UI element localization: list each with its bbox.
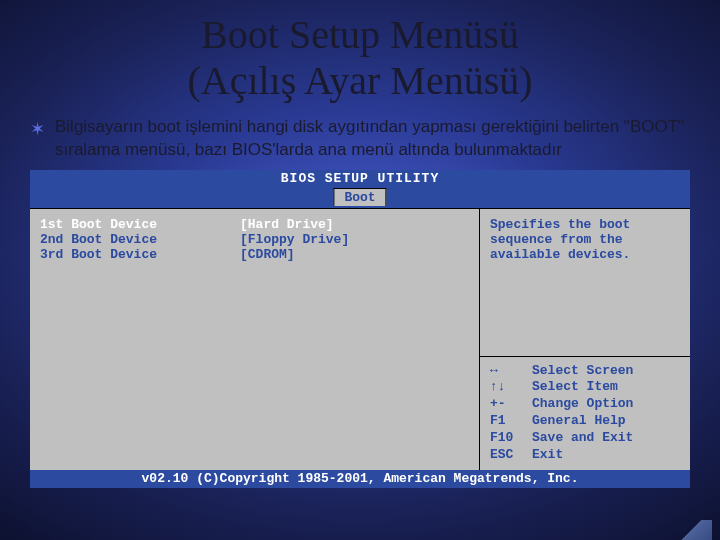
hint-change-option: +- Change Option [490, 396, 680, 413]
bullet-item: ✶ Bilgisayarın boot işlemini hangi disk … [30, 116, 690, 162]
hint-desc: Select Item [532, 379, 680, 396]
boot-device-1-value: [Hard Drive] [240, 217, 334, 232]
bullet-text: Bilgisayarın boot işlemini hangi disk ay… [55, 116, 690, 162]
hint-exit: ESC Exit [490, 447, 680, 464]
boot-device-3-label: 3rd Boot Device [40, 247, 240, 262]
hint-key: F1 [490, 413, 528, 430]
bios-screenshot: BIOS SETUP UTILITY Boot 1st Boot Device … [30, 170, 690, 488]
hint-save-exit: F10 Save and Exit [490, 430, 680, 447]
slide-title: Boot Setup Menüsü (Açılış Ayar Menüsü) [0, 0, 720, 110]
hint-desc: Select Screen [532, 363, 680, 380]
bios-footer: v02.10 (C)Copyright 1985-2001, American … [30, 470, 690, 488]
hint-select-screen: ↔ Select Screen [490, 363, 680, 380]
hint-select-item: ↑↓ Select Item [490, 379, 680, 396]
bios-header: BIOS SETUP UTILITY [30, 170, 690, 188]
boot-device-3-value: [CDROM] [240, 247, 295, 262]
hint-desc: Save and Exit [532, 430, 680, 447]
boot-device-1[interactable]: 1st Boot Device [Hard Drive] [40, 217, 469, 232]
corner-page-curl-icon [672, 520, 712, 540]
bios-help-text: Specifies the boot sequence from the ava… [480, 209, 690, 357]
bios-tab-boot[interactable]: Boot [333, 188, 386, 206]
title-line-1: Boot Setup Menüsü [0, 12, 720, 58]
boot-device-2-label: 2nd Boot Device [40, 232, 240, 247]
bios-right-panel: Specifies the boot sequence from the ava… [480, 209, 690, 470]
hint-general-help: F1 General Help [490, 413, 680, 430]
bullet-star-icon: ✶ [30, 118, 45, 140]
title-line-2: (Açılış Ayar Menüsü) [0, 58, 720, 104]
bios-left-panel: 1st Boot Device [Hard Drive] 2nd Boot De… [30, 209, 480, 470]
boot-device-2-value: [Floppy Drive] [240, 232, 349, 247]
boot-device-2[interactable]: 2nd Boot Device [Floppy Drive] [40, 232, 469, 247]
bios-body: 1st Boot Device [Hard Drive] 2nd Boot De… [30, 208, 690, 470]
hint-key: F10 [490, 430, 528, 447]
boot-device-3[interactable]: 3rd Boot Device [CDROM] [40, 247, 469, 262]
hint-key: ↑↓ [490, 379, 528, 396]
bios-tab-bar: Boot [30, 188, 690, 208]
slide: Boot Setup Menüsü (Açılış Ayar Menüsü) ✶… [0, 0, 720, 540]
hint-key: ↔ [490, 363, 528, 380]
hint-desc: Exit [532, 447, 680, 464]
bios-key-hints: ↔ Select Screen ↑↓ Select Item +- Change… [480, 357, 690, 470]
hint-key: ESC [490, 447, 528, 464]
hint-desc: Change Option [532, 396, 680, 413]
boot-device-1-label: 1st Boot Device [40, 217, 240, 232]
hint-desc: General Help [532, 413, 680, 430]
hint-key: +- [490, 396, 528, 413]
bios-window: BIOS SETUP UTILITY Boot 1st Boot Device … [30, 170, 690, 488]
bullet-list: ✶ Bilgisayarın boot işlemini hangi disk … [0, 110, 720, 170]
